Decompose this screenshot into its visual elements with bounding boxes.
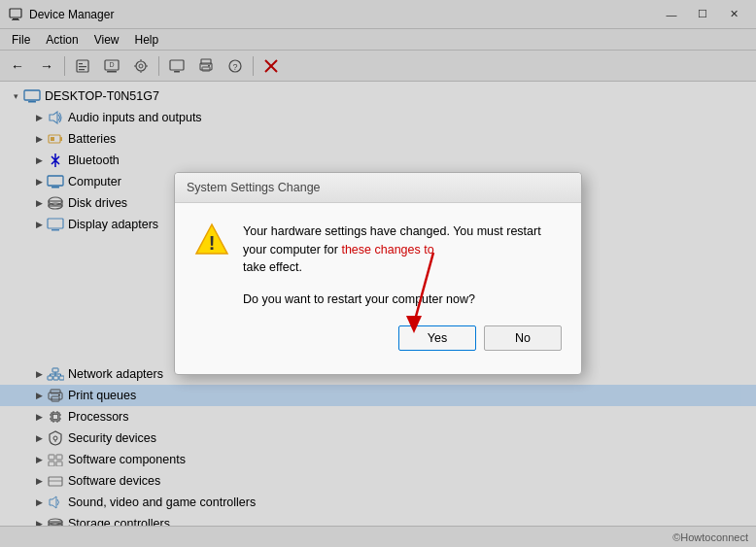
dialog-overlay: System Settings Change ! Your hardware s…	[0, 0, 756, 547]
dialog-body: ! Your hardware settings have changed. Y…	[175, 203, 581, 374]
dialog-question: Do you want to restart your computer now…	[194, 292, 562, 306]
dialog-title-bar: System Settings Change	[175, 173, 581, 203]
svg-text:!: !	[209, 232, 216, 254]
dialog-message-row: ! Your hardware settings have changed. Y…	[194, 222, 562, 277]
system-settings-dialog: System Settings Change ! Your hardware s…	[174, 172, 582, 375]
yes-button[interactable]: Yes	[398, 325, 476, 351]
dialog-title: System Settings Change	[187, 181, 321, 194]
warning-icon: !	[194, 222, 229, 257]
dialog-red-text: these changes to	[341, 243, 433, 256]
no-button[interactable]: No	[484, 325, 562, 351]
dialog-buttons: Yes No	[194, 325, 562, 359]
dialog-message-text: Your hardware settings have changed. You…	[243, 222, 562, 277]
